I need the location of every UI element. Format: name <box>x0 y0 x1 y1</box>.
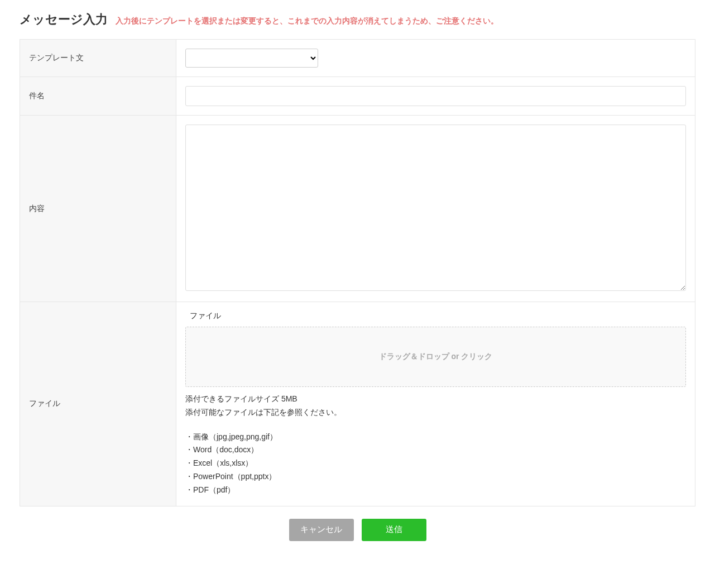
template-cell <box>176 40 695 77</box>
cancel-button[interactable]: キャンセル <box>289 519 354 541</box>
file-type-item: ・PDF（pdf） <box>185 484 686 497</box>
file-types-note: 添付可能なファイルは下記を参照ください。 <box>185 406 686 419</box>
file-type-item: ・画像（jpg,jpeg,png,gif） <box>185 431 686 444</box>
template-row: テンプレート文 <box>20 40 695 77</box>
content-row: 内容 <box>20 116 695 302</box>
file-cell: ファイル ドラッグ＆ドロップ or クリック 添付できるファイルサイズ 5MB … <box>176 302 695 506</box>
dropzone-text: ドラッグ＆ドロップ or クリック <box>379 352 493 362</box>
subject-row: 件名 <box>20 77 695 116</box>
template-select[interactable] <box>185 49 318 68</box>
subject-label: 件名 <box>20 77 176 116</box>
content-textarea[interactable] <box>185 125 686 291</box>
file-section-label: ファイル <box>185 311 686 321</box>
file-type-item: ・Excel（xls,xlsx） <box>185 457 686 470</box>
content-label: 内容 <box>20 116 176 302</box>
file-type-item: ・PowerPoint（ppt,pptx） <box>185 470 686 484</box>
file-info: 添付できるファイルサイズ 5MB 添付可能なファイルは下記を参照ください。 ・画… <box>185 393 686 497</box>
template-label: テンプレート文 <box>20 40 176 77</box>
spacer <box>185 419 686 431</box>
file-row: ファイル ファイル ドラッグ＆ドロップ or クリック 添付できるファイルサイズ… <box>20 302 695 506</box>
file-type-item: ・Word（doc,docx） <box>185 443 686 457</box>
warning-text: 入力後にテンプレートを選択または変更すると、これまでの入力内容が消えてしまうため… <box>116 16 498 26</box>
content-cell <box>176 116 695 302</box>
submit-button[interactable]: 送信 <box>362 519 426 541</box>
subject-input[interactable] <box>185 86 686 106</box>
message-form-table: テンプレート文 件名 内容 ファイル ファイル ドラッグ＆ <box>20 39 695 506</box>
page-header: メッセージ入力 入力後にテンプレートを選択または変更すると、これまでの入力内容が… <box>20 11 695 28</box>
page-title: メッセージ入力 <box>20 11 108 28</box>
file-dropzone[interactable]: ドラッグ＆ドロップ or クリック <box>185 327 686 387</box>
button-row: キャンセル 送信 <box>20 519 695 541</box>
file-label: ファイル <box>20 302 176 506</box>
file-size-note: 添付できるファイルサイズ 5MB <box>185 393 686 406</box>
subject-cell <box>176 77 695 116</box>
